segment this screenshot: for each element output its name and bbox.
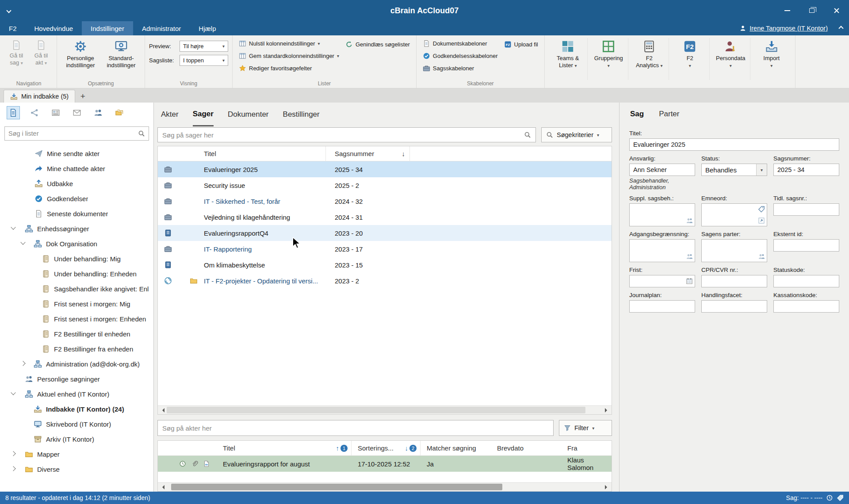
filter-button[interactable]: Filter ▾ [559, 420, 612, 436]
titel-field[interactable] [629, 138, 839, 151]
sagens-parter-box[interactable] [701, 239, 767, 262]
column-header-fra[interactable]: Fra [561, 444, 612, 452]
sidebar-item-enhedssogninger[interactable]: Enhedssøgninger [0, 221, 153, 236]
preview-position-select[interactable]: Til højre▾ [180, 41, 228, 52]
tab-min-indbakke[interactable]: Min indbakke (5) [4, 90, 75, 103]
sidebar-item-udbakke[interactable]: Udbakke [0, 176, 153, 191]
list-search-input[interactable] [8, 130, 138, 137]
sidebar-item-aktuel-enhed[interactable]: Aktuel enhed (IT Kontor) [0, 386, 153, 401]
scroll-right-arrow[interactable] [603, 406, 612, 414]
sidebar-item-skrivebord-it-kontor[interactable]: Skrivebord (IT Kontor) [0, 416, 153, 431]
column-header-matcher-sogning[interactable]: Matcher søgning [421, 444, 491, 452]
frist-field[interactable] [629, 275, 695, 287]
view-contacts-icon[interactable] [92, 107, 104, 119]
add-person-icon[interactable] [758, 253, 765, 260]
standard-settings-button[interactable]: Standard-indstillinger [102, 38, 141, 80]
go-to-case-button[interactable]: Gå tilsag ▾ [5, 38, 28, 80]
expander-icon[interactable] [11, 451, 15, 456]
case-row[interactable]: IT- Rapportering2023 - 17 [158, 241, 612, 257]
expander-icon[interactable] [11, 466, 15, 471]
view-folders-icon[interactable] [113, 107, 126, 119]
case-templates-button[interactable]: Sagsskabeloner [421, 63, 500, 74]
case-row[interactable]: Evalueringer 20252025 - 34 [158, 161, 612, 177]
scroll-right-arrow[interactable] [603, 483, 612, 491]
save-columns-button[interactable]: Gem standardkolonneindstillinger▾ [237, 50, 341, 61]
scrollbar-track[interactable] [167, 483, 603, 491]
sidebar-item-indbakke-it-kontor[interactable]: Indbakke (IT Kontor) (24) [0, 401, 153, 416]
restore-button[interactable] [799, 0, 824, 21]
tidl-sagsnr-field[interactable] [773, 203, 839, 216]
sagsnummer-field[interactable] [773, 164, 839, 176]
close-button[interactable] [824, 0, 849, 21]
sidebar-item-dok-organisation[interactable]: Dok Organisation [0, 236, 153, 251]
journalplan-field[interactable] [629, 300, 695, 313]
tab-dokumenter[interactable]: Dokumenter [228, 103, 269, 126]
quick-access-chevron-icon[interactable] [0, 0, 18, 21]
open-picker-icon[interactable] [758, 217, 765, 224]
sidebar-item-under-behandling-mig[interactable]: Under behandling: Mig [0, 251, 153, 266]
personal-settings-button[interactable]: Personligeindstillinger [61, 38, 100, 80]
record-row[interactable]: Evalueringsrapport for august 17-10-2025… [158, 456, 612, 472]
collapse-ribbon-button[interactable] [839, 21, 849, 35]
record-search-input[interactable] [162, 424, 549, 432]
column-header-sorterings[interactable]: Sorterings...↓2 [352, 441, 421, 455]
case-row[interactable]: EvalueringsrapportQ42023 - 20 [158, 225, 612, 241]
search-criteria-button[interactable]: Søgekriterier ▾ [541, 127, 612, 142]
sidebar-item-mine-chattede-akter[interactable]: Mine chattede akter [0, 161, 153, 176]
view-documents-icon[interactable] [7, 107, 19, 119]
history-clock-icon[interactable] [826, 494, 833, 501]
case-row[interactable]: Om klimabeskyttelse2023 - 15 [158, 257, 612, 273]
view-mail-icon[interactable] [71, 107, 83, 119]
sidebar-item-diverse[interactable]: Diverse [0, 462, 153, 477]
scroll-left-arrow[interactable] [158, 406, 167, 414]
scrollbar-track[interactable] [167, 406, 603, 414]
tab-sager[interactable]: Sager [193, 103, 214, 126]
sidebar-item-frist-i-morgen-mig[interactable]: Frist senest i morgen: Mig [0, 296, 153, 311]
grouping-button[interactable]: Gruppering ▾ [589, 38, 628, 80]
menu-tab-hovedvindue[interactable]: Hovedvindue [26, 21, 82, 35]
scroll-left-arrow[interactable] [158, 483, 167, 491]
menu-tab-administrator[interactable]: Administrator [133, 21, 190, 35]
record-list-hscrollbar[interactable] [158, 482, 612, 491]
sidebar-item-personlige-sogninger[interactable]: Personlige søgninger [0, 371, 153, 386]
case-search-input[interactable] [162, 131, 524, 139]
status-select[interactable]: Behandles▾ [701, 164, 767, 176]
column-header-sagsnummer[interactable]: Sagsnummer↓ [326, 146, 410, 161]
scrollbar-thumb[interactable] [167, 407, 585, 413]
sidebar-item-sagsbehandler-ikke-angivet[interactable]: Sagsbehandler ikke angivet: Enl [0, 281, 153, 296]
emneord-box[interactable] [701, 203, 767, 226]
sidebar-item-administration[interactable]: Administration (ad@dok-org.dk) [0, 356, 153, 371]
sidebar-item-arkiv-it-kontor[interactable]: Arkiv (IT Kontor) [0, 431, 153, 447]
user-menu[interactable]: Irene Tangmose (IT Kontor) [739, 21, 839, 35]
column-header-titel[interactable]: Titel↑1 [223, 441, 352, 455]
eksternt-id-field[interactable] [773, 239, 839, 252]
add-person-icon[interactable] [686, 217, 693, 224]
teams-lists-button[interactable]: Teams &Lister ▾ [549, 38, 588, 80]
case-row[interactable]: IT - Sikkerhed - Test, forår2024 - 32 [158, 193, 612, 209]
sidebar-item-frist-i-morgen-enheden[interactable]: Frist senest i morgen: Enheden [0, 311, 153, 326]
case-row[interactable]: Security issue2025 - 2 [158, 177, 612, 193]
sidebar-item-f2-bestillinger-fra-enheden[interactable]: F2 Bestillinger fra enheden [0, 341, 153, 356]
menu-tab-f2[interactable]: F2 [0, 21, 26, 35]
tag-icon[interactable] [758, 206, 765, 213]
ansvarlig-field[interactable] [629, 164, 695, 176]
new-tab-button[interactable]: + [75, 90, 90, 103]
case-list-hscrollbar[interactable] [158, 405, 612, 414]
handlingsfacet-field[interactable] [701, 300, 767, 313]
case-row[interactable]: Vejledning til klagehåndtering2024 - 31 [158, 209, 612, 225]
tab-sag[interactable]: Sag [630, 110, 644, 118]
column-header-titel[interactable]: Titel [204, 146, 326, 161]
cpr-cvr-field[interactable] [701, 275, 767, 287]
case-row[interactable]: IT - F2-projekter - Opdatering til versi… [158, 273, 612, 289]
calendar-icon[interactable] [686, 278, 693, 285]
upload-file-button[interactable]: Upload fil [502, 39, 540, 50]
sidebar-item-godkendelser[interactable]: Godkendelser [0, 191, 153, 206]
caselist-position-select[interactable]: I toppen▾ [180, 55, 228, 66]
expander-icon[interactable] [20, 240, 25, 244]
expander-icon[interactable] [20, 361, 25, 366]
sidebar-item-f2-bestillinger-til-enheden[interactable]: F2 Bestillinger til enheden [0, 326, 153, 341]
tag-icon[interactable] [837, 494, 844, 501]
tab-akter[interactable]: Akter [161, 103, 179, 126]
kassationskode-field[interactable] [773, 300, 839, 313]
reset-columns-button[interactable]: Nulstil kolonneindstillinger▾ [237, 38, 341, 49]
